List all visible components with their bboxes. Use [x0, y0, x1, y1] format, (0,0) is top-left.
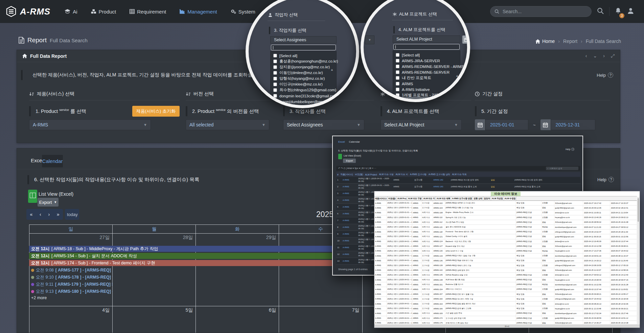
search-input[interactable] [502, 8, 587, 15]
tab-excel[interactable]: Excel [31, 155, 43, 166]
checkbox-icon[interactable] [396, 65, 399, 68]
issue-table-row[interactable]: A-RMS2025년 2분기 (2025-04-01 ~ 2025-06-30)… [374, 254, 637, 258]
checkbox-icon[interactable] [273, 94, 277, 98]
issue-table-column[interactable]: 제품(서비스) [374, 196, 388, 200]
assignee-option[interactable]: dongmin lee(313cokr@gmail.com) [271, 93, 336, 99]
assignees-dropdown-toggle[interactable]: Select Assignees [270, 36, 337, 44]
issue-table-row[interactable]: A-RMS2025년 1분기 (2025-01-01 ~ 2025-03-31)… [374, 220, 637, 225]
issue-table-column[interactable]: 담당자 [483, 196, 491, 200]
calendar-dot-event[interactable]: 오전 9:13[ ARMS-180 ] - [ARMS-REQ] 상패 [29, 288, 112, 294]
checkbox-icon[interactable] [396, 53, 399, 57]
calendar-icon[interactable] [475, 119, 485, 130]
scroll-up-icon[interactable]: ▲ [330, 68, 334, 71]
issue-table-column[interactable]: 진행 상태 [473, 196, 483, 200]
nav-item-management[interactable]: Management [174, 5, 223, 18]
mini-table-column[interactable]: A-RMS 요구사항 [409, 173, 428, 176]
help-button-top[interactable]: Help? [597, 72, 613, 78]
checkbox-icon[interactable] [273, 71, 277, 75]
chevron-down-icon[interactable]: ⌄ [593, 53, 597, 59]
assignees-search-input[interactable] [271, 45, 336, 50]
user-profile-button[interactable] [627, 7, 635, 16]
horizontal-scrollbar[interactable] [396, 97, 433, 99]
nav-item-ai[interactable]: Ai [59, 5, 83, 18]
checkbox-icon[interactable] [273, 82, 277, 86]
assignee-option[interactable]: 장지윤(jiyoonjang@mz.co.kr) [271, 64, 336, 70]
checkbox-icon[interactable] [273, 60, 277, 63]
issue-table-row[interactable]: A-RMS2025년 2분기 (2025-04-01 ~ 2025-06-30)… [374, 244, 637, 249]
issue-table-row[interactable]: A-RMS2025년 2분기 (2025-04-01 ~ 2025-06-30)… [374, 258, 637, 263]
issue-table-row[interactable]: A-RMS2025년 2분기 (2025-04-01 ~ 2025-06-30)… [374, 268, 637, 273]
checkbox-icon[interactable] [396, 82, 399, 86]
issue-table-row[interactable]: A-RMS2025년 2분기 (2025-04-01 ~ 2025-06-30)… [374, 273, 637, 278]
issue-table-row[interactable]: A-RMS2025년 1분기 (2025-01-01 ~ 2025-03-31)… [374, 201, 637, 206]
vertical-scrollbar[interactable] [637, 197, 639, 324]
product-select[interactable]: A-RMS ▼ [29, 119, 151, 130]
checkbox-icon[interactable] [396, 70, 399, 74]
assignee-option[interactable]: 이동민(dmlee@mz.co.kr) [271, 70, 336, 76]
checkbox-icon[interactable] [396, 93, 399, 97]
mini-table-column[interactable]: ALM 이슈 구분 [378, 173, 395, 176]
scrollbar-thumb[interactable] [638, 198, 639, 222]
issue-table-row[interactable]: A-RMS2025년 2분기 (2025-04-01 ~ 2025-06-30)… [374, 230, 637, 234]
excel-file-icon[interactable] [28, 190, 37, 203]
mini-table-column[interactable]: 버전(들) [354, 173, 364, 176]
issue-table-row[interactable]: A-RMS2025년 1분기 (2025-01-01 ~ 2025-03-31)… [374, 215, 637, 220]
today-button[interactable]: today [65, 209, 79, 220]
checkbox-icon[interactable] [396, 88, 399, 91]
issue-table-row[interactable]: A-RMS2025년 2분기 (2025-04-01 ~ 2025-06-30)… [374, 278, 637, 282]
issue-table-row[interactable]: A-RMS2025년 2분기 (2025-04-01 ~ 2025-06-30)… [374, 249, 637, 254]
chevron-left-icon[interactable]: ‹ [585, 53, 587, 59]
alm-project-option[interactable]: ARMS-REDMINE-SERVER - ARMS-RE [393, 64, 460, 69]
mini-help-button[interactable]: Help? [566, 148, 574, 151]
mini-table-column[interactable]: ALM Project [364, 173, 378, 176]
assignee-option[interactable]: 양형석(hsyang@mz.co.kr) [271, 76, 336, 81]
prev-month-button[interactable]: ‹ [39, 212, 42, 217]
assignee-option[interactable]: [Select all] [271, 53, 336, 58]
issue-table-row[interactable]: A-RMS2025년 2분기 (2025-04-01 ~ 2025-06-30)… [374, 311, 637, 316]
issue-table-row[interactable]: A-RMS2025년 1분기 (2025-01-01 ~ 2025-03-31)… [374, 210, 637, 215]
global-search[interactable] [490, 6, 592, 17]
checkbox-icon[interactable] [273, 54, 277, 57]
alm-project-option[interactable]: 내 칸반 프로젝트 [393, 75, 460, 81]
mini-tab-excel[interactable]: Excel [338, 140, 345, 143]
calendar-day-cell[interactable]: 6일 [196, 306, 279, 333]
chevron-right-icon[interactable]: › [603, 53, 605, 59]
scroll-up-icon[interactable]: ▲ [456, 74, 459, 77]
issue-table-row[interactable]: A-RMS2025년 2분기 (2025-04-01 ~ 2025-06-30)… [374, 239, 637, 244]
alm-dropdown-toggle[interactable]: Select ALM Project [393, 35, 460, 43]
mini-export-button[interactable]: Export [343, 159, 356, 163]
issue-table-row[interactable]: A-RMS2025년 2분기 (2025-04-01 ~ 2025-06-30)… [374, 287, 637, 292]
date-to-input[interactable]: 2025-12-31 [551, 119, 595, 130]
issue-table-column[interactable]: ALM 수정일 [504, 196, 517, 200]
assignee-option[interactable]: 홍성훈(hongseonghun@mz.co.kr) [271, 58, 336, 64]
more-events-link[interactable]: +2 more [29, 295, 112, 300]
assignee-option[interactable]: 이민규(mklee@mz.co.kr) [271, 81, 336, 87]
mini-tab-calendar[interactable]: Calendar [349, 140, 360, 143]
issue-table-row[interactable]: A-RMS2025년 2분기 (2025-04-01 ~ 2025-06-30)… [374, 234, 637, 239]
breadcrumb-home[interactable]: Home [535, 39, 555, 44]
nav-item-requirement[interactable]: Requirement [124, 5, 171, 18]
tab-calendar[interactable]: Calendar [42, 155, 63, 167]
issue-table-row[interactable]: A-RMS2025년 2분기 (2025-04-01 ~ 2025-06-30)… [374, 282, 637, 287]
mini-table-column[interactable]: ALM 이슈 키 [395, 173, 409, 176]
issue-table-column[interactable]: ALM 이슈 제목 [436, 196, 451, 200]
issue-table-row[interactable]: A-RMS2025년 2분기 (2025-04-01 ~ 2025-06-30)… [374, 297, 637, 302]
expand-icon[interactable]: ⤢ [611, 53, 615, 59]
alm-project-option[interactable]: ARMS-REDMINE-SERVER [393, 69, 460, 75]
calendar-day-cell[interactable]: 5일 [113, 306, 196, 333]
alm-project-option[interactable]: ARMS-JIRA-SERVER [393, 58, 460, 64]
checkbox-icon[interactable] [273, 88, 277, 92]
notifications-button[interactable]: 3 [614, 7, 622, 16]
calendar-icon[interactable] [540, 119, 551, 130]
issue-table-row[interactable]: A-RMS2025년 2분기 (2025-04-01 ~ 2025-06-30)… [374, 302, 637, 306]
next-month-button[interactable]: › [47, 212, 51, 217]
alm-project-option[interactable]: ARMS [393, 81, 460, 87]
nav-item-product[interactable]: Product [86, 5, 122, 18]
export-button[interactable]: Export▼ [38, 198, 59, 207]
calendar-dot-event[interactable]: 오전 9:11[ ARMS-179 ] - [ARMS-REQ] 캐릭터 [29, 281, 112, 287]
sheet-search-input[interactable]: ⌕ 시트에서 검색 [546, 167, 578, 170]
calendar-day-cell[interactable]: 7일 [279, 306, 362, 333]
issue-table-column[interactable]: ALM 이슈 구분 [407, 196, 422, 200]
issue-table-row[interactable]: A-RMS2025년 2분기 (2025-04-01 ~ 2025-06-30)… [374, 316, 637, 321]
issue-table-row[interactable]: A-RMS2025년 1분기 (2025-01-01 ~ 2025-03-31)… [374, 225, 637, 230]
